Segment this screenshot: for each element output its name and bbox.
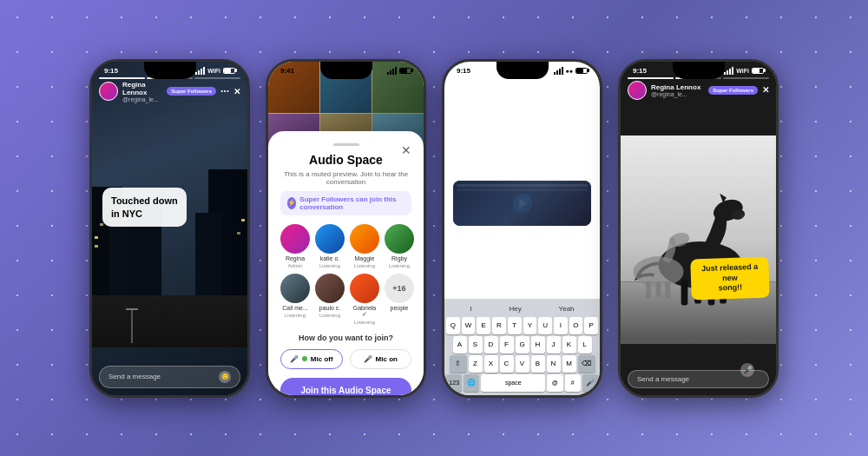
key-O[interactable]: O [569,317,583,334]
key-V[interactable]: V [516,355,529,373]
speaker-name-1: Regina [286,255,305,261]
key-mic[interactable]: 🎤 [582,374,598,392]
key-N[interactable]: N [547,355,561,373]
key-A[interactable]: A [453,336,467,354]
mic-off-label: Mic off [311,355,333,363]
mic-on-icon: 🎤 [364,355,372,363]
key-P[interactable]: P [584,317,598,334]
key-E[interactable]: E [477,317,490,334]
key-row-3: ⇧ Z X C V B N M ⌫ [446,355,598,373]
avatar-p1 [99,82,118,101]
mic-off-btn[interactable]: 🎤 Mic off [280,349,343,369]
key-shift[interactable]: ⇧ [450,355,467,373]
modal-title: Audio Space [280,153,411,167]
speaker-name-2: katie o. [320,255,340,261]
key-J[interactable]: J [547,336,561,354]
key-globe[interactable]: 🌐 [464,374,479,392]
key-Q[interactable]: Q [446,317,460,334]
key-delete[interactable]: ⌫ [578,355,595,373]
speaker-name-4: Rigby [391,255,407,261]
key-Y[interactable]: Y [523,317,537,334]
key-D[interactable]: D [484,336,498,354]
speaker-avatar-1 [280,224,310,254]
audio-space-modal: Audio Space This is a muted preview. Joi… [268,131,424,395]
song-badge: Just released a new song!! [690,257,770,301]
key-Z[interactable]: Z [469,355,483,373]
message-bar-p4[interactable]: Send a message 🎤 [628,370,769,388]
key-M[interactable]: M [562,355,576,373]
status-bar-p2: 9:41 [268,62,424,76]
phone-1-bg [92,62,247,395]
status-icons-p4: WiFi [724,67,764,75]
close-btn-p1[interactable]: ✕ [233,87,240,96]
key-K[interactable]: K [562,336,576,354]
speaker-role-4: Listening [389,263,410,268]
video-thumbnail-p3[interactable] [453,181,591,226]
speaker-avatar-4 [385,224,414,254]
speaker-name-more: people [390,305,408,311]
key-T[interactable]: T [508,317,522,334]
speaker-7: Gabriela ✓ Listening [350,274,379,325]
suggestion-2[interactable]: Hey [510,305,522,313]
key-C[interactable]: C [500,355,514,373]
avatar-p4 [628,81,647,100]
svg-rect-14 [656,281,661,296]
join-audio-space-btn[interactable]: Join this Audio Space [280,378,411,395]
status-time-p4: 9:15 [633,67,647,75]
mic-on-btn[interactable]: 🎤 Mic on [350,349,412,369]
super-followers-badge-p1[interactable]: Super Followers [167,87,216,96]
speaker-avatar-6 [315,274,345,303]
mic-off-icon: 🎤 [290,355,299,363]
key-H[interactable]: H [531,336,545,354]
key-U[interactable]: U [538,317,552,334]
profile-bar-p1: Regina Lennox @regina_le... Super Follow… [99,81,240,102]
key-S[interactable]: S [469,336,483,354]
horse-svg [621,135,776,344]
speaker-role-2: Listening [319,263,340,268]
key-I[interactable]: I [554,317,568,334]
join-question: How do you want to join? [280,334,411,342]
key-R[interactable]: R [492,317,506,334]
suggestion-3[interactable]: Yeah [559,305,575,313]
phone-1: 9:15 WiFi Regina Lennox @regina_le... Su… [89,59,250,398]
key-B[interactable]: B [531,355,545,373]
speaker-name-5: Call me... [282,305,308,311]
more-count: +16 [385,274,414,303]
mic-icon-p4[interactable]: 🎤 [740,363,754,377]
profile-name-p4: Regina Lennox [651,83,704,91]
sf-icon-p2: ⚡ [287,197,296,209]
modal-close-btn[interactable]: ✕ [401,143,411,157]
speaker-name-6: paulo c. [319,305,341,311]
phone-4: 9:15 WiFi Regina Lennox @regina_le... Su… [618,59,779,398]
key-F[interactable]: F [500,336,514,354]
profile-bar-p4: Regina Lennox @regina_le... Super Follow… [628,81,769,100]
key-hash[interactable]: # [565,374,581,392]
keyboard-p3: I Hey Yeah Q W E R T Y U I O P A S D F [444,299,600,395]
key-at[interactable]: @ [547,374,562,392]
speaker-avatar-3 [350,224,379,254]
status-time-p2: 9:41 [280,67,294,75]
suggestion-1[interactable]: I [470,305,471,313]
phone-3-screen: 9:15 ●● ✕ ✏ Tweet ⚡ Super F [444,62,600,395]
phone-1-notch [144,62,196,79]
sf-text-p2: Super Followers can join this conversati… [299,195,404,211]
speaker-avatar-7 [350,274,379,303]
super-followers-badge-p4[interactable]: Super Followers [708,86,758,95]
speaker-6: paulo c. Listening [315,274,345,325]
song-badge-text-1: Just released a new [701,262,758,282]
key-W[interactable]: W [462,317,476,334]
key-space[interactable]: space [481,374,545,392]
key-123[interactable]: 123 [446,374,462,392]
dots-menu-p1[interactable]: ··· [220,85,229,97]
key-X[interactable]: X [484,355,498,373]
speakers-grid: Regina Admin katie o. Listening Maggie L… [280,224,411,325]
send-icon-p1[interactable]: 😊 [219,371,231,383]
svg-point-6 [740,215,744,217]
profile-info-p4: Regina Lennox @regina_le... [651,83,704,97]
close-btn-p4[interactable]: ✕ [762,85,769,95]
key-G[interactable]: G [516,336,529,354]
key-L[interactable]: L [578,336,592,354]
message-bar-p1[interactable]: Send a message 😊 [99,366,240,388]
speaker-4: Rigby Listening [385,224,414,268]
speaker-5: Call me... Listening [280,274,310,325]
